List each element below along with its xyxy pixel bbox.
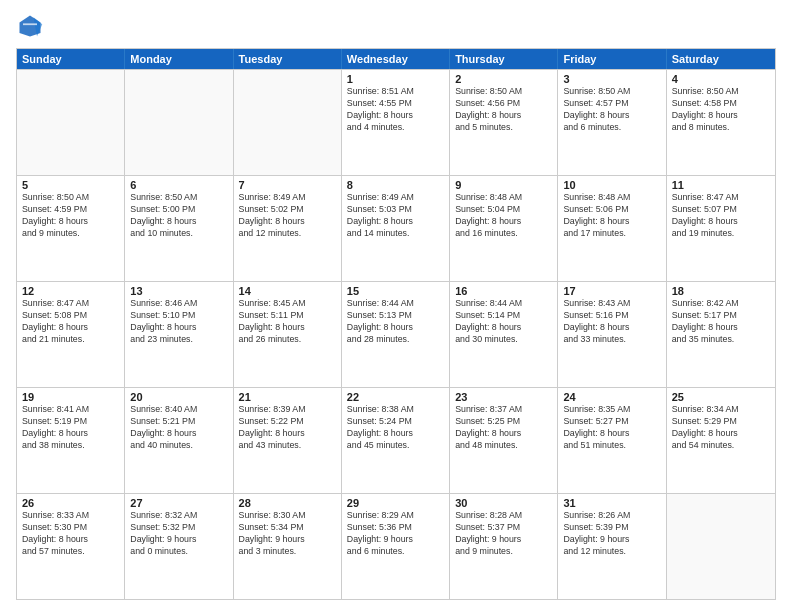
calendar-cell: 11Sunrise: 8:47 AM Sunset: 5:07 PM Dayli… — [667, 176, 775, 281]
calendar-cell: 4Sunrise: 8:50 AM Sunset: 4:58 PM Daylig… — [667, 70, 775, 175]
cell-text: Sunrise: 8:38 AM Sunset: 5:24 PM Dayligh… — [347, 404, 444, 452]
day-number: 6 — [130, 179, 227, 191]
calendar-cell: 24Sunrise: 8:35 AM Sunset: 5:27 PM Dayli… — [558, 388, 666, 493]
svg-rect-2 — [23, 23, 37, 25]
calendar-cell: 7Sunrise: 8:49 AM Sunset: 5:02 PM Daylig… — [234, 176, 342, 281]
calendar-row: 12Sunrise: 8:47 AM Sunset: 5:08 PM Dayli… — [17, 281, 775, 387]
day-number: 22 — [347, 391, 444, 403]
day-number: 7 — [239, 179, 336, 191]
day-number: 10 — [563, 179, 660, 191]
day-number: 26 — [22, 497, 119, 509]
cell-text: Sunrise: 8:48 AM Sunset: 5:06 PM Dayligh… — [563, 192, 660, 240]
weekday-header: Tuesday — [234, 49, 342, 69]
weekday-header: Friday — [558, 49, 666, 69]
calendar-cell: 14Sunrise: 8:45 AM Sunset: 5:11 PM Dayli… — [234, 282, 342, 387]
cell-text: Sunrise: 8:42 AM Sunset: 5:17 PM Dayligh… — [672, 298, 770, 346]
cell-text: Sunrise: 8:34 AM Sunset: 5:29 PM Dayligh… — [672, 404, 770, 452]
cell-text: Sunrise: 8:28 AM Sunset: 5:37 PM Dayligh… — [455, 510, 552, 558]
day-number: 15 — [347, 285, 444, 297]
day-number: 19 — [22, 391, 119, 403]
cell-text: Sunrise: 8:50 AM Sunset: 5:00 PM Dayligh… — [130, 192, 227, 240]
cell-text: Sunrise: 8:35 AM Sunset: 5:27 PM Dayligh… — [563, 404, 660, 452]
cell-text: Sunrise: 8:30 AM Sunset: 5:34 PM Dayligh… — [239, 510, 336, 558]
calendar-cell: 23Sunrise: 8:37 AM Sunset: 5:25 PM Dayli… — [450, 388, 558, 493]
day-number: 23 — [455, 391, 552, 403]
calendar-cell: 20Sunrise: 8:40 AM Sunset: 5:21 PM Dayli… — [125, 388, 233, 493]
calendar: SundayMondayTuesdayWednesdayThursdayFrid… — [16, 48, 776, 600]
logo-icon — [16, 12, 44, 40]
calendar-cell — [234, 70, 342, 175]
day-number: 8 — [347, 179, 444, 191]
calendar-cell: 1Sunrise: 8:51 AM Sunset: 4:55 PM Daylig… — [342, 70, 450, 175]
cell-text: Sunrise: 8:48 AM Sunset: 5:04 PM Dayligh… — [455, 192, 552, 240]
day-number: 30 — [455, 497, 552, 509]
day-number: 24 — [563, 391, 660, 403]
day-number: 31 — [563, 497, 660, 509]
day-number: 12 — [22, 285, 119, 297]
day-number: 2 — [455, 73, 552, 85]
calendar-header: SundayMondayTuesdayWednesdayThursdayFrid… — [17, 49, 775, 69]
calendar-cell: 10Sunrise: 8:48 AM Sunset: 5:06 PM Dayli… — [558, 176, 666, 281]
cell-text: Sunrise: 8:49 AM Sunset: 5:02 PM Dayligh… — [239, 192, 336, 240]
calendar-cell: 25Sunrise: 8:34 AM Sunset: 5:29 PM Dayli… — [667, 388, 775, 493]
calendar-cell: 16Sunrise: 8:44 AM Sunset: 5:14 PM Dayli… — [450, 282, 558, 387]
calendar-cell: 31Sunrise: 8:26 AM Sunset: 5:39 PM Dayli… — [558, 494, 666, 599]
cell-text: Sunrise: 8:40 AM Sunset: 5:21 PM Dayligh… — [130, 404, 227, 452]
cell-text: Sunrise: 8:46 AM Sunset: 5:10 PM Dayligh… — [130, 298, 227, 346]
day-number: 14 — [239, 285, 336, 297]
day-number: 1 — [347, 73, 444, 85]
calendar-cell: 9Sunrise: 8:48 AM Sunset: 5:04 PM Daylig… — [450, 176, 558, 281]
calendar-cell — [125, 70, 233, 175]
cell-text: Sunrise: 8:32 AM Sunset: 5:32 PM Dayligh… — [130, 510, 227, 558]
calendar-cell: 21Sunrise: 8:39 AM Sunset: 5:22 PM Dayli… — [234, 388, 342, 493]
calendar-cell: 22Sunrise: 8:38 AM Sunset: 5:24 PM Dayli… — [342, 388, 450, 493]
day-number: 20 — [130, 391, 227, 403]
day-number: 16 — [455, 285, 552, 297]
cell-text: Sunrise: 8:47 AM Sunset: 5:07 PM Dayligh… — [672, 192, 770, 240]
calendar-cell: 26Sunrise: 8:33 AM Sunset: 5:30 PM Dayli… — [17, 494, 125, 599]
header — [16, 12, 776, 40]
cell-text: Sunrise: 8:50 AM Sunset: 4:56 PM Dayligh… — [455, 86, 552, 134]
day-number: 4 — [672, 73, 770, 85]
calendar-cell: 17Sunrise: 8:43 AM Sunset: 5:16 PM Dayli… — [558, 282, 666, 387]
cell-text: Sunrise: 8:50 AM Sunset: 4:57 PM Dayligh… — [563, 86, 660, 134]
page: SundayMondayTuesdayWednesdayThursdayFrid… — [0, 0, 792, 612]
cell-text: Sunrise: 8:43 AM Sunset: 5:16 PM Dayligh… — [563, 298, 660, 346]
calendar-cell: 28Sunrise: 8:30 AM Sunset: 5:34 PM Dayli… — [234, 494, 342, 599]
day-number: 11 — [672, 179, 770, 191]
weekday-header: Monday — [125, 49, 233, 69]
weekday-header: Sunday — [17, 49, 125, 69]
cell-text: Sunrise: 8:37 AM Sunset: 5:25 PM Dayligh… — [455, 404, 552, 452]
day-number: 13 — [130, 285, 227, 297]
cell-text: Sunrise: 8:51 AM Sunset: 4:55 PM Dayligh… — [347, 86, 444, 134]
cell-text: Sunrise: 8:26 AM Sunset: 5:39 PM Dayligh… — [563, 510, 660, 558]
day-number: 28 — [239, 497, 336, 509]
cell-text: Sunrise: 8:44 AM Sunset: 5:13 PM Dayligh… — [347, 298, 444, 346]
day-number: 27 — [130, 497, 227, 509]
cell-text: Sunrise: 8:45 AM Sunset: 5:11 PM Dayligh… — [239, 298, 336, 346]
calendar-cell: 3Sunrise: 8:50 AM Sunset: 4:57 PM Daylig… — [558, 70, 666, 175]
calendar-cell: 19Sunrise: 8:41 AM Sunset: 5:19 PM Dayli… — [17, 388, 125, 493]
day-number: 25 — [672, 391, 770, 403]
day-number: 18 — [672, 285, 770, 297]
day-number: 17 — [563, 285, 660, 297]
cell-text: Sunrise: 8:44 AM Sunset: 5:14 PM Dayligh… — [455, 298, 552, 346]
cell-text: Sunrise: 8:47 AM Sunset: 5:08 PM Dayligh… — [22, 298, 119, 346]
cell-text: Sunrise: 8:39 AM Sunset: 5:22 PM Dayligh… — [239, 404, 336, 452]
calendar-cell: 6Sunrise: 8:50 AM Sunset: 5:00 PM Daylig… — [125, 176, 233, 281]
calendar-cell: 15Sunrise: 8:44 AM Sunset: 5:13 PM Dayli… — [342, 282, 450, 387]
weekday-header: Saturday — [667, 49, 775, 69]
calendar-cell: 27Sunrise: 8:32 AM Sunset: 5:32 PM Dayli… — [125, 494, 233, 599]
cell-text: Sunrise: 8:29 AM Sunset: 5:36 PM Dayligh… — [347, 510, 444, 558]
calendar-cell: 5Sunrise: 8:50 AM Sunset: 4:59 PM Daylig… — [17, 176, 125, 281]
day-number: 9 — [455, 179, 552, 191]
calendar-row: 19Sunrise: 8:41 AM Sunset: 5:19 PM Dayli… — [17, 387, 775, 493]
calendar-cell — [17, 70, 125, 175]
calendar-cell: 12Sunrise: 8:47 AM Sunset: 5:08 PM Dayli… — [17, 282, 125, 387]
calendar-cell: 2Sunrise: 8:50 AM Sunset: 4:56 PM Daylig… — [450, 70, 558, 175]
cell-text: Sunrise: 8:50 AM Sunset: 4:59 PM Dayligh… — [22, 192, 119, 240]
weekday-header: Wednesday — [342, 49, 450, 69]
day-number: 3 — [563, 73, 660, 85]
day-number: 21 — [239, 391, 336, 403]
cell-text: Sunrise: 8:41 AM Sunset: 5:19 PM Dayligh… — [22, 404, 119, 452]
